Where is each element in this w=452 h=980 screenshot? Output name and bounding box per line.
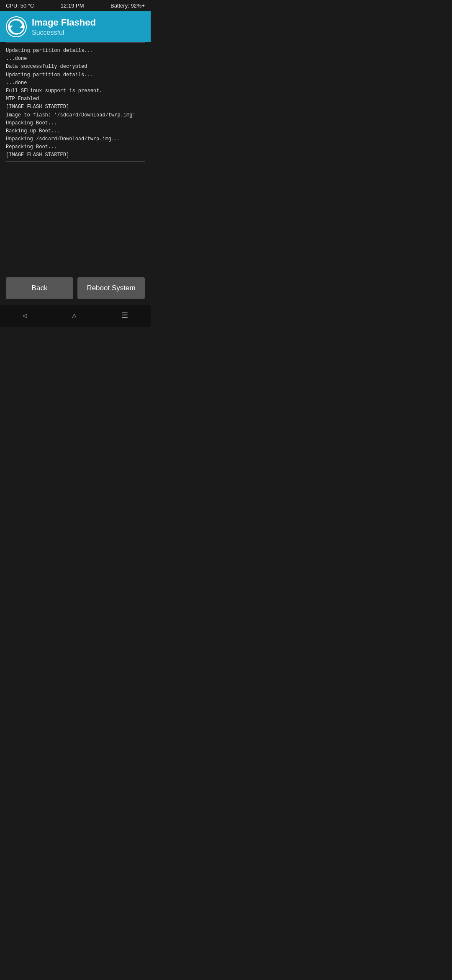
cpu-status: CPU: 50 °C [6,3,34,9]
spacer [0,162,151,272]
log-line: Backing up Boot... [6,127,145,135]
status-bar: CPU: 50 °C 12:19 PM Battery: 92%+ [0,0,151,11]
log-line: MTP Enabled [6,95,145,103]
header-title: Image Flashed [32,17,96,28]
log-line: [IMAGE FLASH STARTED] [6,151,145,159]
home-nav-icon[interactable]: △ [64,309,85,322]
log-line: Data successfully decrypted [6,63,145,71]
log-line: ...done [6,55,145,63]
log-line: Updating partition details... [6,47,145,55]
log-line: Full SELinux support is present. [6,87,145,95]
log-line: Updating partition details... [6,71,145,79]
log-line: ...done [6,79,145,87]
battery-status: Battery: 92%+ [110,3,145,9]
reboot-system-button[interactable]: Reboot System [77,277,145,299]
header: Image Flashed Successful [0,11,151,42]
menu-nav-icon[interactable]: ☰ [113,309,136,322]
time-status: 12:19 PM [61,3,84,9]
log-container: Updating partition details......doneData… [0,43,151,161]
log-line: Unpacking /sdcard/Download/twrp.img... [6,135,145,143]
twrp-icon [6,16,27,37]
button-area: Back Reboot System [0,271,151,305]
log-line: Repacking Boot... [6,143,145,151]
log-line: Image to flash: '/sdcard/Download/twrp.i… [6,111,145,119]
back-nav-icon[interactable]: ◁ [14,309,36,322]
log-line: Unpacking Boot... [6,119,145,127]
nav-bar: ◁ △ ☰ [0,305,151,327]
back-button[interactable]: Back [6,277,73,299]
log-line: [IMAGE FLASH STARTED] [6,103,145,111]
header-text: Image Flashed Successful [32,17,96,36]
header-subtitle: Successful [32,29,96,36]
